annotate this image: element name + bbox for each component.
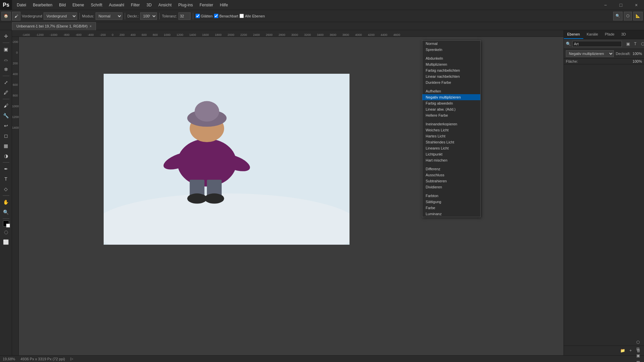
blend-lichtpunkt[interactable]: Lichtpunkt xyxy=(422,151,480,157)
tab-pfade[interactable]: Pfade xyxy=(601,30,618,39)
canvas-viewport[interactable] xyxy=(19,37,564,355)
arrange-button[interactable]: ⬡ xyxy=(624,12,632,20)
eraser-tool[interactable]: ◻ xyxy=(1,131,11,140)
photo-inner xyxy=(104,74,350,245)
blend-luminanz[interactable]: Luminanz xyxy=(422,211,480,217)
menu-ansicht[interactable]: Ansicht xyxy=(155,1,175,9)
menu-filter[interactable]: Filter xyxy=(127,1,143,9)
dodge-tool[interactable]: ◑ xyxy=(1,151,11,161)
screen-mode[interactable]: ⬜ xyxy=(1,237,11,247)
brush-tool[interactable]: 🖌 xyxy=(1,101,11,110)
brush-tool-btn[interactable]: 🖌 xyxy=(12,12,20,20)
shape-tool[interactable]: ◇ xyxy=(1,184,11,194)
history-tool[interactable]: ↩ xyxy=(1,121,11,130)
menu-fenster[interactable]: Fenster xyxy=(196,1,217,9)
glatten-check[interactable]: Glätten xyxy=(196,14,213,18)
document-tab[interactable]: Unbenannt-1 bei 19,7% (Ebene 1, RGB/8#) … xyxy=(12,22,96,30)
status-icon-4[interactable]: ▦ xyxy=(635,359,641,362)
blend-sep-5 xyxy=(422,190,480,193)
layer-icon-1[interactable]: ▣ xyxy=(625,41,631,47)
menu-auswahl[interactable]: Auswahl xyxy=(106,1,127,9)
crop-tool[interactable]: ⤢ xyxy=(1,78,11,87)
menu-hilfe[interactable]: Hilfe xyxy=(217,1,231,9)
sep4 xyxy=(193,13,193,19)
blend-mode-select[interactable]: Negativ multiplizieren xyxy=(566,50,614,57)
canvas-area: -1400 -1200 -1000 -800 -600 -400 -200 0 … xyxy=(12,30,564,355)
view-button[interactable]: 📐 xyxy=(633,12,643,20)
search-button[interactable]: 🔍 xyxy=(613,12,623,20)
lasso-tool[interactable]: ⌓ xyxy=(1,55,11,64)
vordergrund-select[interactable]: Vordergrund xyxy=(44,12,77,20)
blend-sprenkeln[interactable]: Sprenkeln xyxy=(422,47,480,53)
pen-tool[interactable]: ✒ xyxy=(1,164,11,174)
blend-farbig-abwedeln[interactable]: Farbig abwedeln xyxy=(422,100,480,106)
menu-plugins[interactable]: Plug-ins xyxy=(175,1,196,9)
blend-weiches-licht[interactable]: Weiches Licht xyxy=(422,127,480,133)
menu-3d[interactable]: 3D xyxy=(143,1,155,9)
blend-strahlendes-licht[interactable]: Strahlendes Licht xyxy=(422,139,480,145)
status-icon-2[interactable]: ⊞ xyxy=(635,346,641,352)
sep2 xyxy=(125,13,125,19)
blend-differenz[interactable]: Differenz xyxy=(422,166,480,172)
blend-aufhellen[interactable]: Aufhellen xyxy=(422,88,480,94)
doc-tab-close[interactable]: × xyxy=(90,24,92,28)
blend-multiplizieren[interactable]: Multiplizieren xyxy=(422,61,480,67)
stamp-tool[interactable]: 🔧 xyxy=(1,111,11,120)
gradient-tool[interactable]: ▦ xyxy=(1,141,11,150)
alle-ebenen-check[interactable]: Alle Ebenen xyxy=(239,14,265,18)
menu-schrift[interactable]: Schrift xyxy=(88,1,106,9)
text-tool[interactable]: T xyxy=(1,174,11,184)
blend-negativ-multiplizieren[interactable]: Negativ multiplizieren xyxy=(422,94,480,100)
zoom-tool[interactable]: 🔍 xyxy=(1,207,11,217)
hand-tool[interactable]: ✋ xyxy=(1,197,11,207)
blend-linear-abw[interactable]: Linear abw. (Add.) xyxy=(422,106,480,112)
magic-wand-tool[interactable]: ✲ xyxy=(1,65,11,74)
move-tool[interactable]: ✛ xyxy=(1,32,11,41)
blend-sattigung[interactable]: Sättigung xyxy=(422,199,480,205)
blend-hart-mischen[interactable]: Hart mischen xyxy=(422,157,480,163)
status-icon-1[interactable]: ⬡ xyxy=(635,339,641,346)
status-icon-3[interactable]: ▣ xyxy=(635,352,641,359)
blend-subtrahieren[interactable]: Subtrahieren xyxy=(422,178,480,184)
maximize-button[interactable]: □ xyxy=(613,0,629,10)
blend-ausschluss[interactable]: Ausschluss xyxy=(422,172,480,178)
blend-normal[interactable]: Normal xyxy=(422,41,480,47)
menu-bearbeiten[interactable]: Bearbeiten xyxy=(30,1,56,9)
tab-kanale[interactable]: Kanäle xyxy=(583,30,601,39)
modus-select[interactable]: Normal xyxy=(96,12,122,20)
blend-linear-nachbelichten[interactable]: Linear nachbelichten xyxy=(422,73,480,79)
blend-dividieren[interactable]: Dividieren xyxy=(422,184,480,190)
blend-hartes-licht[interactable]: Hartes Licht xyxy=(422,133,480,139)
layer-search-input[interactable] xyxy=(572,41,622,47)
toleranz-input[interactable] xyxy=(178,12,191,20)
blend-sep-4 xyxy=(422,163,480,166)
tab-3d[interactable]: 3D xyxy=(618,30,629,39)
menu-ebene[interactable]: Ebene xyxy=(69,1,88,9)
close-button[interactable]: × xyxy=(629,0,644,10)
blend-farbig-nachbelichten[interactable]: Farbig nachbelichten xyxy=(422,67,480,73)
layer-icon-3[interactable]: ⬡ xyxy=(639,41,644,47)
blend-farbe[interactable]: Farbe xyxy=(422,205,480,211)
blend-lineares-licht[interactable]: Lineares Licht xyxy=(422,145,480,151)
quick-mask[interactable]: ◌ xyxy=(1,227,11,237)
foreground-color[interactable] xyxy=(3,221,9,227)
tool-sep-3 xyxy=(3,99,9,99)
home-button[interactable]: 🏠 xyxy=(1,12,11,20)
left-tools-panel: ✛ ▣ ⌓ ✲ ⤢ 🖉 🖌 🔧 ↩ ◻ ▦ ◑ ✒ T ◇ ✋ 🔍 ◌ ⬜ xyxy=(0,30,12,355)
blend-dunklere-farbe[interactable]: Dunklere Farbe xyxy=(422,79,480,85)
menu-bild[interactable]: Bild xyxy=(56,1,69,9)
new-layer-button[interactable]: + xyxy=(627,347,634,354)
menu-datei[interactable]: Datei xyxy=(13,1,30,9)
blend-farbton[interactable]: Farbton xyxy=(422,193,480,199)
tab-ebenen[interactable]: Ebenen xyxy=(564,30,583,39)
blend-ineinanderkopieren[interactable]: Ineinanderkopieren xyxy=(422,121,480,127)
new-group-button[interactable]: 📁 xyxy=(619,347,626,354)
minimize-button[interactable]: − xyxy=(598,0,613,10)
blend-hellere-farbe[interactable]: Hellere Farbe xyxy=(422,112,480,118)
selection-tool[interactable]: ▣ xyxy=(1,45,11,54)
blend-abdunkeln[interactable]: Abdunkeln xyxy=(422,55,480,61)
layer-icon-2[interactable]: T xyxy=(632,41,639,47)
deckraft-select[interactable]: 100% xyxy=(140,12,157,20)
eyedropper-tool[interactable]: 🖉 xyxy=(1,88,11,97)
benachbart-check[interactable]: Benachbart xyxy=(214,14,238,18)
